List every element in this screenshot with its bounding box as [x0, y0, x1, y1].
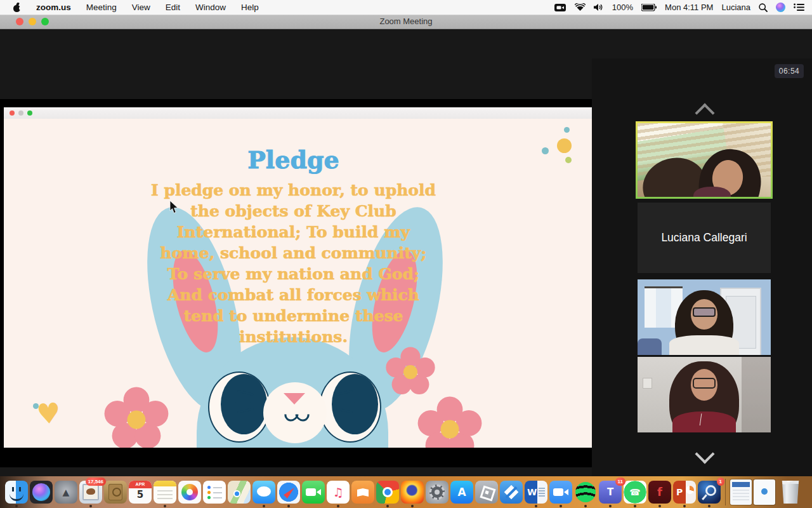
dock-word[interactable]: W — [525, 481, 547, 504]
dock-zoom[interactable] — [549, 481, 572, 504]
slide-title: Pledge — [4, 145, 583, 174]
zoom-meeting-content: 06:54 — [0, 29, 812, 478]
participant-video-3[interactable] — [638, 357, 771, 432]
participant-name-tile[interactable]: Luciana Callegari — [638, 203, 771, 273]
menu-clock[interactable]: Mon 4:11 PM — [665, 3, 713, 12]
meeting-timer: 06:54 — [775, 64, 804, 78]
dock-contacts[interactable] — [104, 481, 127, 504]
dock-minimized-finder-window[interactable] — [754, 479, 775, 505]
dock-safari[interactable] — [277, 481, 300, 504]
dock-app-store[interactable]: A — [450, 481, 473, 504]
dock-teams[interactable]: T11 — [599, 481, 622, 504]
shared-presentation-titlebar — [4, 107, 592, 119]
dock-maps[interactable] — [228, 481, 251, 504]
menu-user-name[interactable]: Luciana — [721, 3, 750, 12]
dock-chrome[interactable] — [376, 481, 399, 504]
dock-firefox[interactable] — [401, 481, 424, 504]
mouse-cursor — [169, 201, 178, 217]
menu-help[interactable]: Help — [241, 3, 259, 12]
menu-edit[interactable]: Edit — [166, 3, 180, 12]
running-indicator — [263, 505, 265, 507]
dock-notes[interactable] — [154, 481, 176, 504]
heart-shape: ♥ — [36, 397, 62, 431]
dock-badge-teams: 11 — [615, 478, 625, 486]
dock-flash[interactable]: f — [648, 481, 671, 504]
siri-icon[interactable] — [776, 3, 785, 12]
dock-trash[interactable] — [781, 481, 800, 504]
dock-facetime[interactable] — [302, 481, 325, 504]
menu-window[interactable]: Window — [195, 3, 226, 12]
running-indicator — [609, 505, 612, 507]
dock-blue-diamond-app[interactable] — [500, 481, 523, 504]
dock: ▲17,546APR5♫AWT11☎fP1 — [0, 476, 812, 508]
zoom-window-titlebar: Zoom Meeting — [0, 15, 812, 29]
running-indicator — [89, 505, 92, 507]
menu-meeting[interactable]: Meeting — [86, 3, 117, 12]
dock-steam[interactable]: 1 — [698, 481, 721, 504]
bunny-nose — [284, 393, 305, 404]
dock-spotify[interactable] — [574, 481, 597, 504]
participant-video-2[interactable] — [638, 279, 771, 355]
shared-zoom-button — [27, 110, 32, 116]
bunny-left-eye — [208, 371, 270, 443]
apple-menu-icon[interactable] — [13, 3, 21, 12]
running-indicator — [164, 505, 166, 507]
dock-messages[interactable] — [252, 481, 275, 504]
desktop: zoom.us Meeting View Edit Window Help 10… — [0, 0, 812, 508]
window-title: Zoom Meeting — [0, 17, 812, 26]
screen-recording-camera-icon[interactable] — [554, 3, 566, 12]
dock-reminders[interactable] — [203, 481, 226, 504]
shared-close-button — [10, 110, 15, 116]
slide-body: I pledge on my honor, to uphold the obje… — [4, 180, 583, 347]
deco-dot-teal — [564, 127, 570, 133]
participant-video-active[interactable] — [636, 121, 773, 199]
dock-siri[interactable] — [30, 481, 53, 504]
dock-badge-mail: 17,546 — [86, 478, 106, 486]
volume-icon[interactable] — [594, 3, 604, 11]
notification-center-icon[interactable] — [794, 3, 804, 11]
running-indicator — [337, 505, 339, 507]
menu-bar: zoom.us Meeting View Edit Window Help 10… — [0, 0, 812, 15]
spotlight-search-icon[interactable] — [759, 3, 768, 12]
dock-roblox[interactable] — [475, 481, 498, 504]
shared-minimize-button — [18, 110, 23, 116]
running-indicator — [411, 505, 414, 507]
dock-minimized-document-window[interactable] — [730, 479, 752, 505]
running-indicator — [15, 505, 18, 507]
presentation-slide: ♥ Pledge I pledge on my honor, to uphold… — [4, 119, 592, 448]
running-indicator — [683, 505, 686, 507]
dock-finder[interactable] — [5, 481, 28, 504]
bunny-right-eye — [319, 371, 381, 443]
battery-percent: 100% — [612, 3, 633, 12]
running-indicator — [560, 505, 562, 507]
dock-whatsapp[interactable]: ☎ — [624, 481, 646, 504]
running-indicator — [584, 505, 587, 507]
running-indicator — [658, 505, 661, 507]
shared-screen: ♥ Pledge I pledge on my honor, to uphold… — [0, 99, 592, 467]
dock-mail[interactable]: 17,546 — [79, 481, 102, 504]
wifi-icon[interactable] — [575, 3, 586, 11]
dock-calendar[interactable]: APR5 — [129, 481, 152, 504]
dock-photos[interactable] — [178, 481, 201, 504]
running-indicator — [287, 505, 290, 507]
running-indicator — [708, 505, 710, 507]
running-indicator — [634, 505, 636, 507]
dock-separator — [725, 479, 726, 505]
dock-badge-steam: 1 — [717, 478, 724, 486]
menu-view[interactable]: View — [132, 3, 150, 12]
dock-powerpoint[interactable]: P — [673, 481, 696, 504]
running-indicator — [386, 505, 389, 507]
dock-launchpad[interactable]: ▲ — [55, 481, 77, 504]
battery-icon[interactable] — [641, 4, 657, 11]
dock-books[interactable] — [351, 481, 374, 504]
dock-system-preferences[interactable] — [426, 481, 449, 504]
dock-itunes[interactable]: ♫ — [327, 481, 350, 504]
running-indicator — [535, 505, 537, 507]
menu-app-name[interactable]: zoom.us — [36, 3, 71, 12]
participant-name: Luciana Callegari — [661, 231, 747, 244]
